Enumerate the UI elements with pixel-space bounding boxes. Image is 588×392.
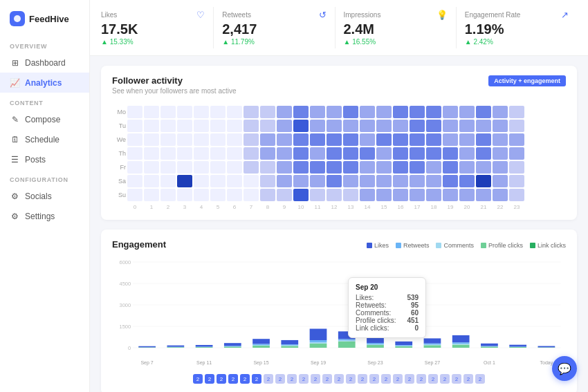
bar-segment[interactable] xyxy=(310,340,327,342)
sidebar-item-compose[interactable]: ✎ Compose xyxy=(0,109,89,129)
heatmap-cell[interactable] xyxy=(177,120,192,132)
bar-segment[interactable] xyxy=(196,345,213,346)
page-dot[interactable]: 2 xyxy=(240,374,250,384)
page-dot[interactable]: 2 xyxy=(311,374,320,384)
heatmap-cell[interactable] xyxy=(327,189,342,201)
heatmap-cell[interactable] xyxy=(144,133,159,146)
heatmap-cell[interactable] xyxy=(277,147,292,160)
bar-segment[interactable] xyxy=(224,346,241,348)
heatmap-cell[interactable] xyxy=(443,133,458,146)
heatmap-cell[interactable] xyxy=(493,147,508,160)
heatmap-cell[interactable] xyxy=(327,120,342,132)
heatmap-cell[interactable] xyxy=(327,147,342,160)
heatmap-cell[interactable] xyxy=(210,161,226,174)
bar-segment[interactable] xyxy=(338,342,356,348)
heatmap-cell[interactable] xyxy=(376,175,392,187)
page-dot[interactable]: 2 xyxy=(428,374,438,384)
page-dot[interactable]: 2 xyxy=(275,374,285,384)
sidebar-item-posts[interactable]: ☰ Posts xyxy=(0,149,89,169)
page-dot[interactable]: 2 xyxy=(416,374,426,384)
bar-segment[interactable] xyxy=(138,347,156,348)
heatmap-cell[interactable] xyxy=(426,189,441,201)
heatmap-cell[interactable] xyxy=(459,106,475,118)
heatmap-cell[interactable] xyxy=(260,120,275,132)
heatmap-cell[interactable] xyxy=(443,106,458,118)
heatmap-cell[interactable] xyxy=(393,106,408,118)
heatmap-cell[interactable] xyxy=(360,147,375,160)
heatmap-cell[interactable] xyxy=(310,120,325,132)
heatmap-cell[interactable] xyxy=(376,120,392,132)
bar-segment[interactable] xyxy=(281,346,298,346)
heatmap-cell[interactable] xyxy=(210,133,226,146)
heatmap-cell[interactable] xyxy=(343,147,358,160)
heatmap-cell[interactable] xyxy=(227,189,242,201)
sidebar-item-schedule[interactable]: 🗓 Schedule xyxy=(0,129,89,149)
heatmap-cell[interactable] xyxy=(194,106,209,118)
bar-segment[interactable] xyxy=(310,329,327,341)
heatmap-cell[interactable] xyxy=(426,106,441,118)
heatmap-cell[interactable] xyxy=(393,175,408,187)
heatmap-cell[interactable] xyxy=(376,161,392,174)
page-dot[interactable]: 2 xyxy=(440,374,450,384)
heatmap-cell[interactable] xyxy=(310,133,325,146)
heatmap-cell[interactable] xyxy=(393,147,408,160)
heatmap-cell[interactable] xyxy=(393,161,408,174)
heatmap-cell[interactable] xyxy=(293,133,309,146)
page-dot[interactable]: 2 xyxy=(463,374,473,384)
heatmap-cell[interactable] xyxy=(260,106,275,118)
bar-segment[interactable] xyxy=(538,346,555,348)
bar-segment[interactable] xyxy=(395,346,412,348)
heatmap-cell[interactable] xyxy=(327,161,342,174)
heatmap-cell[interactable] xyxy=(360,189,375,201)
bar-segment[interactable] xyxy=(424,338,441,343)
heatmap-cell[interactable] xyxy=(410,133,425,146)
heatmap-cell[interactable] xyxy=(293,161,309,174)
bar-segment[interactable] xyxy=(424,344,441,345)
sidebar-item-settings[interactable]: ⚙ Settings xyxy=(0,206,89,226)
heatmap-cell[interactable] xyxy=(194,133,209,146)
bar-segment[interactable] xyxy=(338,339,356,340)
heatmap-cell[interactable] xyxy=(426,147,441,160)
bar-segment[interactable] xyxy=(252,339,270,344)
heatmap-cell[interactable] xyxy=(260,175,275,187)
heatmap-cell[interactable] xyxy=(244,175,259,187)
bar-segment[interactable] xyxy=(167,347,184,348)
bar-segment[interactable] xyxy=(452,344,470,348)
heatmap-cell[interactable] xyxy=(493,120,508,132)
heatmap-cell[interactable] xyxy=(327,133,342,146)
bar-segment[interactable] xyxy=(224,343,241,346)
bar-segment[interactable] xyxy=(310,344,327,348)
heatmap-cell[interactable] xyxy=(410,147,425,160)
sidebar-item-analytics[interactable]: 📈 Analytics xyxy=(0,73,89,93)
bar-segment[interactable] xyxy=(367,344,384,345)
heatmap-cell[interactable] xyxy=(343,189,358,201)
heatmap-cell[interactable] xyxy=(310,189,325,201)
heatmap-cell[interactable] xyxy=(459,120,475,132)
heatmap-cell[interactable] xyxy=(127,120,143,132)
bar-segment[interactable] xyxy=(338,331,356,339)
heatmap-cell[interactable] xyxy=(360,120,375,132)
heatmap-cell[interactable] xyxy=(177,161,192,174)
bar-segment[interactable] xyxy=(509,347,526,348)
heatmap-cell[interactable] xyxy=(426,175,441,187)
heatmap-cell[interactable] xyxy=(410,189,425,201)
page-dot[interactable]: 2 xyxy=(381,374,391,384)
heatmap-cell[interactable] xyxy=(360,161,375,174)
heatmap-cell[interactable] xyxy=(227,120,242,132)
page-dot[interactable]: 2 xyxy=(299,374,309,384)
page-dot[interactable]: 2 xyxy=(322,374,332,384)
heatmap-cell[interactable] xyxy=(376,106,392,118)
heatmap-cell[interactable] xyxy=(376,189,392,201)
heatmap-cell[interactable] xyxy=(493,175,508,187)
bar-segment[interactable] xyxy=(167,347,184,348)
page-dot[interactable]: 2 xyxy=(334,374,344,384)
heatmap-cell[interactable] xyxy=(244,189,259,201)
page-dot[interactable]: 2 xyxy=(193,374,203,384)
heatmap-cell[interactable] xyxy=(327,106,342,118)
sidebar-item-socials[interactable]: ⚙ Socials xyxy=(0,186,89,206)
heatmap-cell[interactable] xyxy=(509,120,524,132)
heatmap-cell[interactable] xyxy=(144,189,159,201)
heatmap-cell[interactable] xyxy=(293,147,309,160)
page-dot[interactable]: 2 xyxy=(287,374,297,384)
bar-segment[interactable] xyxy=(367,345,384,348)
